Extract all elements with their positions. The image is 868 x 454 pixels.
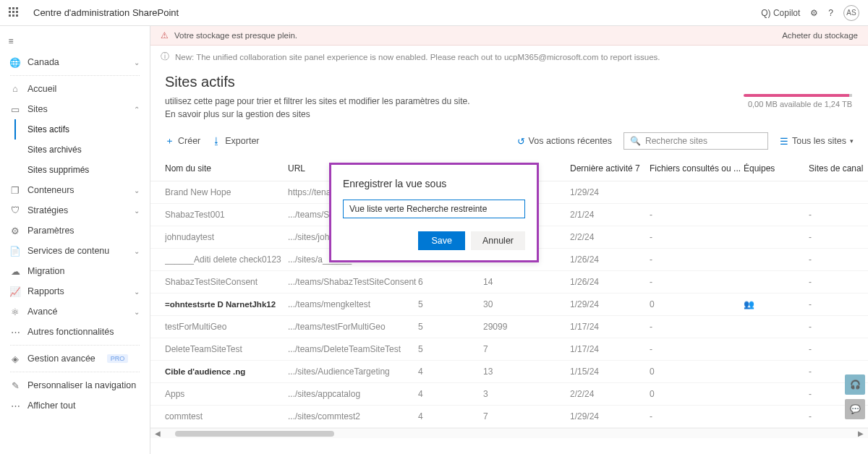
table-row[interactable]: Cible d'audience .ng.../sites/AudienceTa…: [150, 361, 868, 383]
copilot-link[interactable]: Q) Copilot: [761, 8, 800, 18]
globe-icon: 🌐: [10, 57, 20, 67]
export-button[interactable]: ⭳Exporter: [212, 136, 259, 146]
cell: -: [809, 210, 868, 220]
cell: 5: [418, 344, 483, 354]
scroll-left-icon[interactable]: ◀: [155, 429, 161, 437]
headset-icon[interactable]: 🎧: [845, 374, 865, 395]
account-avatar[interactable]: AS: [843, 5, 859, 21]
feedback-icon[interactable]: 💬: [845, 399, 865, 419]
page-subtitle: utilisez cette page pour trier et filtre…: [165, 96, 470, 106]
nav-advanced-mgmt[interactable]: ◈Gestion avancéePRO: [0, 348, 150, 369]
cell: -: [650, 322, 744, 332]
cloud-icon: ☁: [10, 266, 20, 276]
cell: 2/2/24: [570, 389, 650, 399]
table-row[interactable]: testForMultiGeo.../teams/testForMultiGeo…: [150, 316, 868, 338]
search-input[interactable]: 🔍 Recherche sites: [624, 132, 768, 150]
home-icon: ⌂: [10, 84, 20, 94]
view-selector[interactable]: ☰Tous les sites ▾: [780, 136, 854, 147]
horizontal-scrollbar[interactable]: ◀ ▶: [150, 428, 868, 438]
nav-customize[interactable]: ✎Personnaliser la navigation: [0, 375, 150, 395]
cancel-button[interactable]: Annuler: [471, 231, 525, 250]
cell: -: [809, 344, 868, 354]
nav-policies[interactable]: 🛡Stratégies⌄: [0, 200, 150, 220]
nav-sites[interactable]: ▭ Sites ⌃: [0, 99, 150, 119]
cell: 7: [483, 344, 570, 354]
nav-advanced[interactable]: ⚛Avancé⌄: [0, 301, 150, 322]
nav-sites-deleted[interactable]: Sites supprimés: [0, 160, 150, 180]
chart-icon: 📈: [10, 286, 20, 296]
nav-settings[interactable]: ⚙Paramètres: [0, 220, 150, 241]
nav-home[interactable]: ⌂ Accueil: [0, 79, 150, 99]
chevron-down-icon: ⌄: [134, 207, 140, 215]
nav-show-all[interactable]: ⋯Afficher tout: [0, 395, 150, 416]
cell: ShabazTest001: [165, 210, 288, 220]
cell: DeleteTeamSiteTest: [165, 344, 288, 354]
history-icon: ↺: [517, 136, 525, 147]
col-files[interactable]: Fichiers consultés ou ...: [650, 163, 744, 174]
col-channel[interactable]: Sites de canal: [809, 163, 868, 174]
command-bar: ＋Créer ⭳Exporter ↺Vos actions récentes 🔍…: [150, 124, 868, 155]
cell: =ohntestsrte D NarnetJhk12: [165, 300, 288, 309]
cell: 4: [418, 389, 483, 399]
col-teams[interactable]: Équipes: [744, 163, 809, 174]
cell: -: [650, 344, 744, 354]
table-row[interactable]: DeleteTeamSiteTest.../teams/DeleteTeamSi…: [150, 338, 868, 361]
cell: 👥: [744, 299, 809, 309]
table-row[interactable]: Apps.../sites/appcatalog432/2/240-: [150, 383, 868, 406]
cell: .../teams/DeleteTeamSiteTest: [288, 344, 418, 354]
chevron-up-icon: ⌃: [134, 106, 140, 113]
nav-reports[interactable]: 📈Rapports⌄: [0, 281, 150, 301]
nav-containers[interactable]: ❐Conteneurs⌄: [0, 180, 150, 200]
table-row[interactable]: =ohntestsrte D NarnetJhk12.../teams/meng…: [150, 294, 868, 316]
cell: .../teams/ShabazTestSiteConsent: [288, 277, 418, 287]
cell: 30: [483, 299, 570, 309]
pro-badge: PRO: [107, 354, 129, 363]
sidebar: ≡ 🌐 Canada ⌄ ⌂ Accueil ▭ Sites ⌃ Sites a…: [0, 26, 150, 454]
learn-more-link[interactable]: En savoir plus sur la gestion des sites: [165, 109, 310, 119]
table-row[interactable]: commtest.../sites/commtest2471/29/24--: [150, 406, 868, 428]
search-placeholder: Recherche sites: [645, 136, 707, 146]
cell: -: [809, 232, 868, 242]
help-icon[interactable]: ?: [828, 8, 833, 18]
tenant-switcher[interactable]: 🌐 Canada ⌄: [0, 52, 150, 72]
nav-more-features[interactable]: ⋯Autres fonctionnalités: [0, 322, 150, 342]
cell: -: [809, 322, 868, 332]
cell: ShabazTestSiteConsent: [165, 277, 288, 287]
settings-icon[interactable]: ⚙: [810, 8, 818, 18]
create-button[interactable]: ＋Créer: [165, 135, 200, 147]
cell: Brand New Hope: [165, 187, 288, 197]
cell: commtest: [165, 411, 288, 421]
page-title: Sites actifs: [165, 74, 854, 90]
nav-collapse-icon[interactable]: ≡: [0, 30, 22, 52]
buy-storage-link[interactable]: Acheter du stockage: [782, 31, 858, 40]
cell: -: [809, 277, 868, 287]
table-row[interactable]: ShabazTestSiteConsent.../teams/ShabazTes…: [150, 271, 868, 294]
nav-sites-archived[interactable]: Sites archivés: [0, 140, 150, 160]
recent-actions-button[interactable]: ↺Vos actions récentes: [517, 136, 612, 147]
nav-migration[interactable]: ☁Migration: [0, 261, 150, 281]
cell: 1/29/24: [570, 187, 650, 197]
cell: .../sites/AudienceTargeting: [288, 367, 418, 377]
cell: 0: [650, 367, 744, 377]
scroll-thumb[interactable]: [175, 431, 334, 437]
cell: .../sites/commtest2: [288, 411, 418, 421]
ellipsis-icon: ⋯: [10, 327, 20, 337]
cell: johnudaytest: [165, 232, 288, 242]
scroll-right-icon[interactable]: ▶: [858, 429, 864, 437]
nav-sites-active[interactable]: Sites actifs: [14, 119, 150, 140]
list-icon: ☰: [780, 136, 788, 147]
app-launcher-icon[interactable]: [9, 7, 20, 19]
storage-bar: [744, 94, 852, 97]
cell: 1/26/24: [570, 254, 650, 265]
nav-content-services[interactable]: 📄Services de contenu⌄: [0, 241, 150, 261]
cell: .../teams/mengkeltest: [288, 299, 418, 309]
cell: 6: [418, 277, 483, 287]
save-button[interactable]: Save: [418, 231, 465, 250]
cell: 14: [483, 277, 570, 287]
view-name-input[interactable]: [343, 200, 525, 218]
col-name[interactable]: Nom du site: [165, 163, 288, 174]
col-activity[interactable]: Dernière activité 7: [570, 163, 650, 174]
cell: 4: [418, 411, 483, 421]
info-text: New: The unified collaboration site pane…: [175, 53, 660, 61]
cell: 4: [418, 367, 483, 377]
